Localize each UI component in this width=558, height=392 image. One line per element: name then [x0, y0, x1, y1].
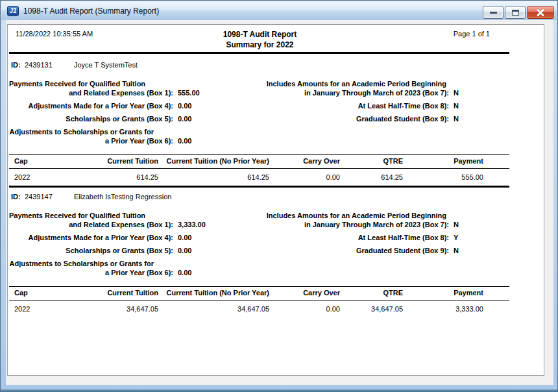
field-box5: Scholarships or Grants (Box 5): 0.00	[9, 246, 262, 255]
field-value: 0.00	[178, 246, 191, 255]
table-cell: 2022	[9, 300, 103, 318]
column-header: Carry Over	[269, 287, 340, 300]
column-header: Cap	[9, 287, 103, 300]
student-id: 2439147	[25, 193, 74, 201]
field-box1: Payments Received for Qualified Tuition …	[9, 211, 262, 229]
field-label: Payments Received for Qualified Tuition …	[9, 211, 173, 229]
header-rule	[9, 52, 509, 54]
table-cell: 34,647.05	[340, 300, 403, 318]
field-label: At Least Half-Time (Box 8):	[262, 233, 449, 242]
summary-table: Cap Current Tuition Current Tuition (No …	[9, 154, 509, 186]
table-cell: 614.25	[158, 169, 269, 186]
field-label: Graduated Student (Box 9):	[262, 246, 449, 255]
field-label: Adjustments to Scholarships or Grants fo…	[9, 127, 173, 145]
field-box5: Scholarships or Grants (Box 5): 0.00	[9, 114, 262, 123]
maximize-button[interactable]	[505, 6, 526, 19]
table-cell: 0.00	[269, 169, 340, 186]
minimize-icon	[490, 12, 497, 14]
field-box9: Graduated Student (Box 9): N	[262, 246, 459, 255]
field-value: N	[454, 88, 459, 97]
maximize-icon	[512, 10, 519, 16]
field-label: Adjustments Made for a Prior Year (Box 4…	[9, 101, 173, 110]
table-cell: 2022	[9, 169, 103, 186]
page-indicator: Page 1 of 1	[454, 30, 490, 38]
field-box8: At Least Half-Time (Box 8): Y	[262, 233, 458, 242]
field-label: Includes Amounts for an Academic Period …	[262, 79, 449, 97]
field-label: Scholarships or Grants (Box 5):	[9, 246, 173, 255]
column-header: Carry Over	[269, 155, 340, 169]
student-id: 2439131	[25, 61, 74, 69]
field-value: 3,333.00	[178, 220, 206, 229]
field-value: N	[454, 114, 459, 123]
window-controls	[481, 6, 554, 19]
field-box4: Adjustments Made for a Prior Year (Box 4…	[9, 233, 262, 242]
field-value: 0.00	[178, 136, 191, 145]
report-viewer: 11/28/2022 10:35:55 AM 1098-T Audit Repo…	[6, 20, 553, 385]
column-header: Payment	[403, 155, 483, 169]
field-value: Y	[454, 233, 458, 242]
column-header: Current Tuition	[103, 155, 158, 169]
field-value: 0.00	[178, 114, 191, 123]
field-label: Graduated Student (Box 9):	[262, 114, 449, 123]
id-label: ID:	[11, 193, 25, 201]
field-value: 0.00	[178, 268, 191, 277]
column-header: Payment	[403, 287, 483, 300]
minimize-button[interactable]	[483, 6, 503, 19]
field-box6: Adjustments to Scholarships or Grants fo…	[9, 259, 262, 277]
field-label: Payments Received for Qualified Tuition …	[9, 79, 173, 97]
student-name: Elizabeth IsTesting Regression	[74, 193, 171, 201]
table-cell: 34,647.05	[158, 300, 269, 318]
close-button[interactable]	[527, 6, 554, 19]
field-box9: Graduated Student (Box 9): N	[262, 114, 459, 123]
table-header-row: Cap Current Tuition Current Tuition (No …	[9, 155, 509, 169]
field-value: 555.00	[178, 88, 200, 97]
field-value: N	[454, 246, 459, 255]
column-header: Current Tuition (No Prior Year)	[158, 155, 269, 169]
table-cell: 3,333.00	[403, 300, 483, 318]
column-header: QTRE	[340, 155, 403, 169]
window-frame-bottom	[1, 389, 557, 391]
field-label: At Least Half-Time (Box 8):	[262, 101, 449, 110]
field-label: Adjustments Made for a Prior Year (Box 4…	[9, 233, 173, 242]
table-cell: 0.00	[269, 300, 340, 318]
app-window: J1 1098-T Audit Report (Summary Report) …	[0, 0, 558, 392]
field-box4: Adjustments Made for a Prior Year (Box 4…	[9, 101, 262, 110]
table-cell: 614.25	[103, 169, 158, 186]
report-header: 11/28/2022 10:35:55 AM 1098-T Audit Repo…	[9, 25, 544, 51]
record-section: ID: 2439131 Joyce T SystemTest Payments …	[9, 61, 544, 188]
table-row: 2022 34,647.05 34,647.05 0.00 34,647.05 …	[9, 300, 509, 318]
table-cell: 34,647.05	[103, 300, 158, 318]
field-value: 0.00	[178, 101, 191, 110]
table-cell: 555.00	[403, 169, 483, 186]
report-content: 11/28/2022 10:35:55 AM 1098-T Audit Repo…	[8, 25, 544, 317]
field-label: Adjustments to Scholarships or Grants fo…	[9, 259, 173, 277]
record-separator	[9, 186, 509, 188]
table-row: 2022 614.25 614.25 0.00 614.25 555.00	[9, 169, 509, 186]
column-header: Current Tuition (No Prior Year)	[158, 287, 269, 300]
report-page: 11/28/2022 10:35:55 AM 1098-T Audit Repo…	[7, 24, 544, 376]
report-timestamp: 11/28/2022 10:35:55 AM	[16, 30, 93, 38]
summary-table: Cap Current Tuition Current Tuition (No …	[9, 286, 509, 317]
field-value: 0.00	[178, 233, 191, 242]
field-label: Scholarships or Grants (Box 5):	[9, 114, 173, 123]
close-icon	[537, 8, 544, 16]
field-value: N	[454, 101, 459, 110]
field-box7: Includes Amounts for an Academic Period …	[262, 211, 459, 229]
field-box7: Includes Amounts for an Academic Period …	[262, 79, 459, 97]
field-box1: Payments Received for Qualified Tuition …	[9, 79, 262, 97]
field-label: Includes Amounts for an Academic Period …	[262, 211, 449, 229]
field-box6: Adjustments to Scholarships or Grants fo…	[9, 127, 262, 145]
box-summary: Payments Received for Qualified Tuition …	[9, 211, 544, 277]
column-header: Current Tuition	[103, 287, 158, 300]
column-header: QTRE	[340, 287, 403, 300]
student-id-row: ID: 2439131 Joyce T SystemTest	[9, 61, 544, 69]
window-title: 1098-T Audit Report (Summary Report)	[23, 6, 159, 16]
column-header: Cap	[9, 155, 103, 169]
box-summary: Payments Received for Qualified Tuition …	[9, 79, 544, 145]
field-box8: At Least Half-Time (Box 8): N	[262, 101, 459, 110]
report-subtitle: Summary for 2022	[9, 40, 511, 50]
student-name: Joyce T SystemTest	[74, 61, 138, 69]
table-header-row: Cap Current Tuition Current Tuition (No …	[9, 287, 509, 300]
record-section: ID: 2439147 Elizabeth IsTesting Regressi…	[9, 193, 544, 317]
app-icon[interactable]: J1	[7, 6, 19, 16]
